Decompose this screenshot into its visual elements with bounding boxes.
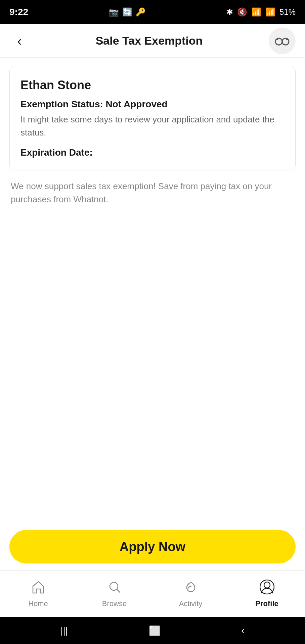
expiry-date-label: Expiration Date: bbox=[20, 147, 285, 158]
sim-icon: 🔄 bbox=[122, 7, 132, 17]
activity-icon bbox=[183, 580, 198, 597]
exemption-card: Ethan Stone Exemption Status: Not Approv… bbox=[9, 66, 296, 170]
glasses-icon bbox=[273, 32, 291, 50]
info-text: We now support sales tax exemption! Save… bbox=[9, 180, 296, 206]
bottom-nav: Home Browse Activity Pr bbox=[0, 570, 305, 617]
browse-label: Browse bbox=[102, 599, 127, 608]
status-description: It might take some days to review your a… bbox=[20, 113, 285, 139]
user-name: Ethan Stone bbox=[20, 78, 285, 92]
status-time: 9:22 bbox=[9, 7, 28, 17]
svg-point-4 bbox=[264, 582, 270, 588]
svg-point-3 bbox=[190, 586, 191, 587]
key-icon: 🔑 bbox=[136, 7, 146, 17]
system-nav: ||| ⬜ ‹ bbox=[0, 617, 305, 644]
home-system-button[interactable]: ⬜ bbox=[149, 625, 161, 636]
apply-button-wrapper: Apply Now bbox=[0, 523, 305, 570]
help-button[interactable] bbox=[269, 28, 296, 54]
battery-text: 51% bbox=[279, 7, 296, 17]
mute-icon: 🔇 bbox=[237, 7, 247, 17]
apply-now-button[interactable]: Apply Now bbox=[9, 530, 296, 564]
signal-icon: 📶 bbox=[265, 7, 275, 17]
nav-item-profile[interactable]: Profile bbox=[229, 580, 305, 608]
main-content: Ethan Stone Exemption Status: Not Approv… bbox=[0, 58, 305, 523]
nav-item-activity[interactable]: Activity bbox=[152, 580, 229, 608]
browse-icon bbox=[107, 580, 122, 597]
back-button[interactable]: ‹ bbox=[9, 31, 30, 51]
wifi-icon: 📶 bbox=[251, 7, 261, 17]
status-icons: 📷 🔄 🔑 bbox=[109, 7, 146, 17]
profile-icon bbox=[260, 580, 274, 597]
exemption-status: Exemption Status: Not Approved bbox=[20, 99, 285, 110]
status-bar: 9:22 📷 🔄 🔑 ✱ 🔇 📶 📶 51% bbox=[0, 0, 305, 24]
bluetooth-icon: ✱ bbox=[226, 7, 233, 17]
activity-label: Activity bbox=[179, 599, 203, 608]
back-arrow-icon: ‹ bbox=[17, 34, 21, 48]
home-icon bbox=[31, 580, 46, 597]
camera-icon: 📷 bbox=[109, 7, 119, 17]
profile-label: Profile bbox=[255, 599, 278, 608]
back-system-button[interactable]: ‹ bbox=[241, 625, 244, 636]
status-right-icons: ✱ 🔇 📶 📶 51% bbox=[226, 7, 296, 17]
nav-item-home[interactable]: Home bbox=[0, 580, 76, 608]
recent-apps-button[interactable]: ||| bbox=[60, 625, 68, 636]
page-title: Sale Tax Exemption bbox=[36, 34, 262, 47]
nav-bar: ‹ Sale Tax Exemption bbox=[0, 24, 305, 58]
nav-item-browse[interactable]: Browse bbox=[76, 580, 152, 608]
svg-point-2 bbox=[110, 582, 118, 590]
home-label: Home bbox=[28, 599, 48, 608]
